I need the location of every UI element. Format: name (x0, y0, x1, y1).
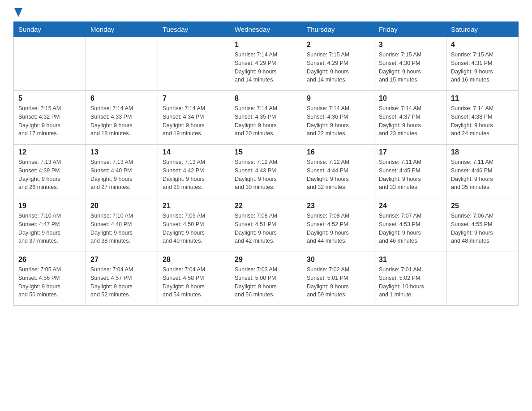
weekday-header-tuesday: Tuesday (158, 22, 230, 37)
calendar-cell: 25Sunrise: 7:06 AMSunset: 4:55 PMDayligh… (446, 198, 519, 252)
day-number: 16 (307, 148, 369, 156)
day-info: Sunrise: 7:14 AMSunset: 4:34 PMDaylight:… (163, 104, 225, 138)
day-number: 17 (379, 148, 442, 156)
day-number: 2 (307, 41, 369, 49)
day-info: Sunrise: 7:14 AMSunset: 4:35 PMDaylight:… (235, 104, 297, 138)
page-header (13, 9, 519, 17)
day-number: 22 (235, 202, 297, 210)
day-number: 9 (307, 94, 369, 103)
calendar-cell: 15Sunrise: 7:12 AMSunset: 4:43 PMDayligh… (230, 145, 302, 198)
day-info: Sunrise: 7:13 AMSunset: 4:42 PMDaylight:… (163, 158, 225, 192)
day-info: Sunrise: 7:14 AMSunset: 4:33 PMDaylight:… (90, 104, 153, 138)
day-number: 11 (451, 94, 514, 103)
day-info: Sunrise: 7:02 AMSunset: 5:01 PMDaylight:… (307, 265, 369, 299)
day-number: 6 (90, 94, 153, 103)
weekday-header-thursday: Thursday (302, 22, 374, 37)
day-number: 24 (379, 202, 442, 210)
day-info: Sunrise: 7:06 AMSunset: 4:55 PMDaylight:… (451, 212, 514, 245)
day-info: Sunrise: 7:15 AMSunset: 4:30 PMDaylight:… (379, 51, 442, 84)
day-info: Sunrise: 7:13 AMSunset: 4:40 PMDaylight:… (90, 158, 153, 192)
calendar-cell: 19Sunrise: 7:10 AMSunset: 4:47 PMDayligh… (14, 198, 86, 252)
day-info: Sunrise: 7:14 AMSunset: 4:36 PMDaylight:… (307, 104, 369, 138)
day-info: Sunrise: 7:03 AMSunset: 5:00 PMDaylight:… (235, 265, 297, 299)
day-info: Sunrise: 7:04 AMSunset: 4:58 PMDaylight:… (163, 265, 225, 299)
calendar-cell (446, 252, 519, 306)
day-number: 29 (235, 256, 297, 264)
day-number: 8 (235, 94, 297, 103)
day-number: 1 (235, 41, 297, 49)
day-number: 4 (451, 41, 514, 49)
day-number: 3 (379, 41, 442, 49)
logo-triangle-icon (14, 8, 22, 17)
calendar-cell: 3Sunrise: 7:15 AMSunset: 4:30 PMDaylight… (374, 37, 446, 91)
calendar-cell: 30Sunrise: 7:02 AMSunset: 5:01 PMDayligh… (302, 252, 374, 306)
calendar-cell: 11Sunrise: 7:14 AMSunset: 4:38 PMDayligh… (446, 91, 519, 145)
calendar-cell: 28Sunrise: 7:04 AMSunset: 4:58 PMDayligh… (158, 252, 230, 306)
day-info: Sunrise: 7:15 AMSunset: 4:29 PMDaylight:… (307, 51, 369, 84)
calendar-week-row: 1Sunrise: 7:14 AMSunset: 4:29 PMDaylight… (14, 37, 519, 91)
day-number: 7 (163, 94, 225, 103)
calendar-cell: 6Sunrise: 7:14 AMSunset: 4:33 PMDaylight… (86, 91, 158, 145)
calendar-cell: 5Sunrise: 7:15 AMSunset: 4:32 PMDaylight… (14, 91, 86, 145)
calendar-cell: 17Sunrise: 7:11 AMSunset: 4:45 PMDayligh… (374, 145, 446, 198)
calendar-cell (86, 37, 158, 91)
calendar-cell: 13Sunrise: 7:13 AMSunset: 4:40 PMDayligh… (86, 145, 158, 198)
calendar-cell: 2Sunrise: 7:15 AMSunset: 4:29 PMDaylight… (302, 37, 374, 91)
calendar-cell: 29Sunrise: 7:03 AMSunset: 5:00 PMDayligh… (230, 252, 302, 306)
weekday-header-wednesday: Wednesday (230, 22, 302, 37)
day-number: 26 (18, 256, 81, 264)
day-info: Sunrise: 7:08 AMSunset: 4:52 PMDaylight:… (307, 212, 369, 245)
day-info: Sunrise: 7:09 AMSunset: 4:50 PMDaylight:… (163, 212, 225, 245)
day-number: 30 (307, 256, 369, 264)
day-info: Sunrise: 7:14 AMSunset: 4:38 PMDaylight:… (451, 104, 514, 138)
day-info: Sunrise: 7:05 AMSunset: 4:56 PMDaylight:… (18, 265, 81, 299)
day-number: 10 (379, 94, 442, 103)
day-number: 28 (163, 256, 225, 264)
calendar-cell: 24Sunrise: 7:07 AMSunset: 4:53 PMDayligh… (374, 198, 446, 252)
day-info: Sunrise: 7:14 AMSunset: 4:29 PMDaylight:… (235, 51, 297, 84)
day-number: 18 (451, 148, 514, 156)
day-number: 13 (90, 148, 153, 156)
calendar-cell: 22Sunrise: 7:08 AMSunset: 4:51 PMDayligh… (230, 198, 302, 252)
day-number: 23 (307, 202, 369, 210)
day-info: Sunrise: 7:04 AMSunset: 4:57 PMDaylight:… (90, 265, 153, 299)
calendar-cell (14, 37, 86, 91)
day-number: 27 (90, 256, 153, 264)
day-info: Sunrise: 7:10 AMSunset: 4:48 PMDaylight:… (90, 212, 153, 245)
weekday-header-friday: Friday (374, 22, 446, 37)
day-info: Sunrise: 7:15 AMSunset: 4:31 PMDaylight:… (451, 51, 514, 84)
calendar-cell: 27Sunrise: 7:04 AMSunset: 4:57 PMDayligh… (86, 252, 158, 306)
weekday-header-sunday: Sunday (14, 22, 86, 37)
day-info: Sunrise: 7:01 AMSunset: 5:02 PMDaylight:… (379, 265, 442, 299)
calendar-cell: 12Sunrise: 7:13 AMSunset: 4:39 PMDayligh… (14, 145, 86, 198)
day-number: 15 (235, 148, 297, 156)
calendar-cell: 21Sunrise: 7:09 AMSunset: 4:50 PMDayligh… (158, 198, 230, 252)
logo (13, 9, 22, 17)
day-number: 19 (18, 202, 81, 210)
calendar-cell: 7Sunrise: 7:14 AMSunset: 4:34 PMDaylight… (158, 91, 230, 145)
day-number: 25 (451, 202, 514, 210)
day-number: 31 (379, 256, 442, 264)
calendar-week-row: 26Sunrise: 7:05 AMSunset: 4:56 PMDayligh… (14, 252, 519, 306)
day-number: 20 (90, 202, 153, 210)
calendar-week-row: 12Sunrise: 7:13 AMSunset: 4:39 PMDayligh… (14, 145, 519, 198)
day-number: 5 (18, 94, 81, 103)
calendar-cell: 14Sunrise: 7:13 AMSunset: 4:42 PMDayligh… (158, 145, 230, 198)
calendar-table: SundayMondayTuesdayWednesdayThursdayFrid… (13, 21, 519, 306)
calendar-cell: 23Sunrise: 7:08 AMSunset: 4:52 PMDayligh… (302, 198, 374, 252)
day-number: 14 (163, 148, 225, 156)
weekday-header-row: SundayMondayTuesdayWednesdayThursdayFrid… (14, 22, 519, 37)
calendar-cell: 4Sunrise: 7:15 AMSunset: 4:31 PMDaylight… (446, 37, 519, 91)
calendar-cell (158, 37, 230, 91)
day-info: Sunrise: 7:13 AMSunset: 4:39 PMDaylight:… (18, 158, 81, 192)
day-info: Sunrise: 7:08 AMSunset: 4:51 PMDaylight:… (235, 212, 297, 245)
calendar-cell: 26Sunrise: 7:05 AMSunset: 4:56 PMDayligh… (14, 252, 86, 306)
calendar-cell: 8Sunrise: 7:14 AMSunset: 4:35 PMDaylight… (230, 91, 302, 145)
calendar-cell: 10Sunrise: 7:14 AMSunset: 4:37 PMDayligh… (374, 91, 446, 145)
calendar-cell: 18Sunrise: 7:11 AMSunset: 4:46 PMDayligh… (446, 145, 519, 198)
day-info: Sunrise: 7:15 AMSunset: 4:32 PMDaylight:… (18, 104, 81, 138)
calendar-cell: 9Sunrise: 7:14 AMSunset: 4:36 PMDaylight… (302, 91, 374, 145)
day-number: 12 (18, 148, 81, 156)
calendar-cell: 20Sunrise: 7:10 AMSunset: 4:48 PMDayligh… (86, 198, 158, 252)
calendar-week-row: 5Sunrise: 7:15 AMSunset: 4:32 PMDaylight… (14, 91, 519, 145)
